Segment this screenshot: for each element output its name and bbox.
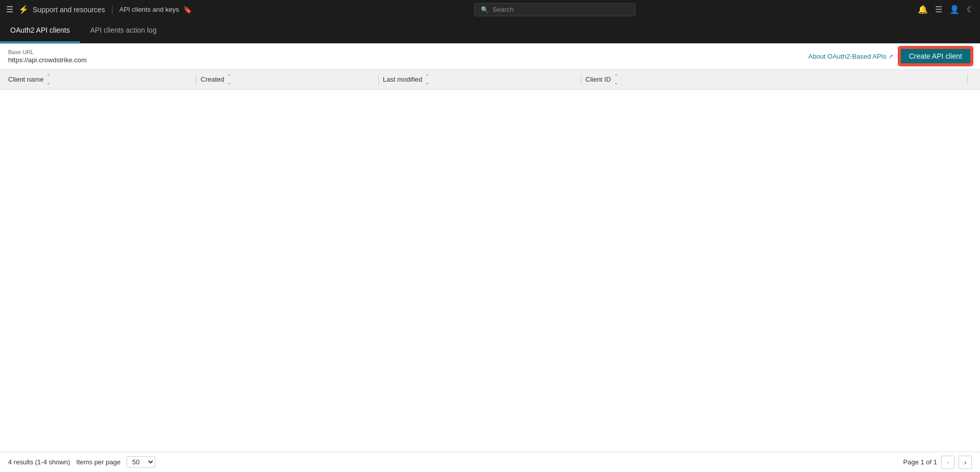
table-container: Client name ⌃ ⌄ Created ⌃ ⌄ Last modifie… [0,69,980,452]
per-page-label: Items per page [76,458,120,466]
col-divider-1 [196,74,197,85]
next-icon: › [964,458,967,466]
page-text: Page 1 of 1 [903,458,938,466]
hamburger-menu[interactable]: ☰ [6,5,13,14]
top-nav: ☰ ⚡ Support and resources | API clients … [0,0,980,19]
search-wrapper: 🔍 Search [196,3,914,16]
content-area: Base URL https://api.crowdstrike.com Abo… [0,43,980,472]
sort-icon-last-modified: ⌃ ⌄ [425,73,429,85]
search-placeholder: Search [493,6,513,13]
col-header-client-name[interactable]: Client name ⌃ ⌄ [8,73,192,85]
footer-right: Page 1 of 1 ‹ › [903,456,972,469]
next-page-button[interactable]: › [959,456,972,469]
logo-icon: ⚡ [18,5,29,14]
theme-icon[interactable]: ☾ [967,5,974,14]
tab-api-clients-action-log[interactable]: API clients action log [80,19,167,43]
per-page-select[interactable]: 50 25 100 [127,456,155,468]
bell-icon[interactable]: 🔔 [918,5,928,14]
user-icon[interactable]: 👤 [949,5,960,14]
sort-icon-client-name: ⌃ ⌄ [46,73,51,85]
external-link-icon: ➚ [889,53,893,60]
base-url-label: Base URL [8,49,87,55]
search-bar[interactable]: 🔍 Search [474,3,635,16]
table-header: Client name ⌃ ⌄ Created ⌃ ⌄ Last modifie… [0,69,980,90]
base-url-section: Base URL https://api.crowdstrike.com [8,49,87,64]
footer-left: 4 results (1-4 shown) Items per page 50 … [8,456,155,468]
col-divider-2 [378,74,379,85]
info-bar-right: About OAuth2-Based APIs ➚ Create API cli… [808,47,972,65]
hamburger-icon: ☰ [6,5,13,14]
nav-right-icons: 🔔 ☰ 👤 ☾ [918,5,974,14]
breadcrumb-api-clients[interactable]: API clients and keys [119,6,179,13]
nav-logo: ⚡ [18,5,29,14]
create-api-client-button[interactable]: Create API client [899,47,972,65]
footer: 4 results (1-4 shown) Items per page 50 … [0,452,980,472]
sort-icon-created: ⌃ ⌄ [227,73,231,85]
nav-separator: | [111,5,113,14]
sort-icon-client-id: ⌃ ⌄ [614,73,618,85]
base-url-value: https://api.crowdstrike.com [8,56,87,64]
bookmark-icon[interactable]: 🔖 [183,6,192,14]
col-header-last-modified[interactable]: Last modified ⌃ ⌄ [383,73,577,85]
col-header-client-id[interactable]: Client ID ⌃ ⌄ [585,73,963,85]
info-bar: Base URL https://api.crowdstrike.com Abo… [0,43,980,69]
prev-page-button[interactable]: ‹ [941,456,954,469]
app-name[interactable]: Support and resources [33,6,105,14]
prev-icon: ‹ [947,458,949,466]
messages-icon[interactable]: ☰ [935,5,942,14]
col-divider-3 [581,74,581,85]
col-header-created[interactable]: Created ⌃ ⌄ [201,73,374,85]
search-icon: 🔍 [481,6,488,13]
tab-bar: OAuth2 API clients API clients action lo… [0,19,980,43]
tab-oauth2-api-clients[interactable]: OAuth2 API clients [0,19,80,43]
about-oauth2-link[interactable]: About OAuth2-Based APIs ➚ [808,53,893,60]
col-divider-4 [967,74,968,85]
results-text: 4 results (1-4 shown) [8,458,70,466]
